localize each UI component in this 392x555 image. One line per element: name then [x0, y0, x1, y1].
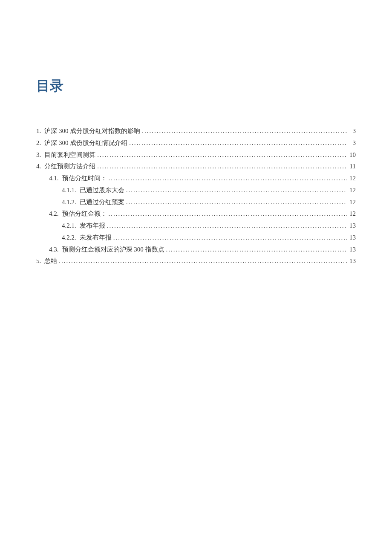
toc-page-number: 12: [347, 185, 356, 197]
toc-text: 沪深 300 成份股分红情况介绍: [44, 137, 127, 149]
toc-entry[interactable]: 4.分红预测方法介绍11: [36, 161, 356, 173]
toc-number: 4.2.: [49, 208, 59, 220]
toc-number: 2.: [36, 137, 41, 149]
toc-number: 4.2.2.: [62, 232, 76, 244]
toc-text: 目前套利空间测算: [44, 149, 95, 161]
toc-number: 1.: [36, 125, 41, 137]
toc-dots: [127, 137, 347, 149]
toc-number: 4.1.1.: [62, 185, 76, 197]
toc-title: 目录: [36, 77, 356, 95]
toc-page-number: 13: [347, 220, 356, 232]
toc-number: 4.3.: [49, 244, 59, 256]
toc-dots: [140, 125, 347, 137]
toc-page-number: 11: [347, 161, 356, 173]
toc-dots: [107, 208, 348, 220]
toc-dots: [164, 244, 348, 256]
toc-container: 1.沪深 300 成分股分红对指数的影响32.沪深 300 成份股分红情况介绍3…: [36, 125, 356, 267]
toc-number: 4.1.2.: [62, 197, 76, 208]
toc-text: 预估分红时间：: [62, 173, 107, 185]
toc-text: 分红预测方法介绍: [44, 161, 95, 173]
toc-entry[interactable]: 4.1.1.已通过股东大会12: [36, 185, 356, 197]
toc-dots: [124, 197, 347, 208]
toc-dots: [95, 161, 347, 173]
toc-dots: [105, 220, 347, 232]
toc-text: 已通过股东大会: [80, 185, 124, 197]
toc-entry[interactable]: 4.2.1.发布年报13: [36, 220, 356, 232]
toc-number: 4.2.1.: [62, 220, 76, 232]
toc-dots: [124, 185, 347, 197]
toc-entry[interactable]: 5.总结13: [36, 255, 356, 267]
toc-text: 已通过分红预案: [80, 197, 124, 208]
toc-number: 4.1.: [49, 173, 59, 185]
toc-entry[interactable]: 3.目前套利空间测算10: [36, 149, 356, 161]
toc-entry[interactable]: 4.3.预测分红金额对应的沪深 300 指数点13: [36, 244, 356, 256]
toc-text: 预测分红金额对应的沪深 300 指数点: [62, 244, 164, 256]
toc-page-number: 12: [347, 208, 356, 220]
toc-page-number: 10: [347, 149, 356, 161]
toc-number: 5.: [36, 255, 41, 267]
toc-entry[interactable]: 2.沪深 300 成份股分红情况介绍3: [36, 137, 356, 149]
toc-page-number: 13: [347, 255, 356, 267]
toc-dots: [112, 232, 347, 244]
toc-number: 3.: [36, 149, 41, 161]
toc-dots: [107, 173, 348, 185]
toc-entry[interactable]: 4.1.预估分红时间：12: [36, 173, 356, 185]
toc-dots: [95, 149, 347, 161]
toc-text: 总结: [44, 255, 57, 267]
toc-text: 预估分红金额：: [62, 208, 107, 220]
toc-page-number: 12: [347, 197, 356, 208]
toc-entry[interactable]: 4.1.2.已通过分红预案12: [36, 197, 356, 208]
toc-entry[interactable]: 4.2.预估分红金额：12: [36, 208, 356, 220]
toc-page-number: 12: [347, 173, 356, 185]
toc-text: 发布年报: [80, 220, 105, 232]
toc-text: 未发布年报: [80, 232, 112, 244]
toc-page-number: 13: [347, 232, 356, 244]
toc-page-number: 3: [347, 137, 356, 149]
toc-number: 4.: [36, 161, 41, 173]
toc-entry[interactable]: 1.沪深 300 成分股分红对指数的影响3: [36, 125, 356, 137]
toc-text: 沪深 300 成分股分红对指数的影响: [44, 125, 140, 137]
toc-page-number: 3: [347, 125, 356, 137]
toc-entry[interactable]: 4.2.2.未发布年报13: [36, 232, 356, 244]
toc-page-number: 13: [347, 244, 356, 256]
toc-dots: [57, 255, 347, 267]
